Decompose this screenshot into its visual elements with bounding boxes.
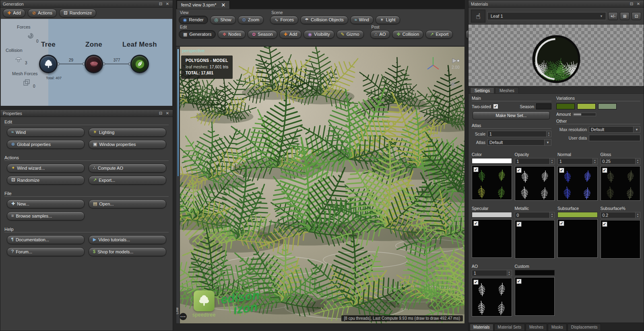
force-icon[interactable] (27, 32, 35, 41)
bottom-tab-displacements[interactable]: Displacements (568, 324, 601, 331)
make-new-set-button[interactable]: Make New Set... (473, 111, 550, 119)
light-button[interactable]: ☀Light (376, 16, 400, 24)
open-button[interactable]: ▤Open... (89, 199, 166, 208)
generator-node-leaf-mesh[interactable] (130, 55, 149, 73)
undock-icon[interactable]: ⊟ (158, 111, 163, 115)
nodes-button[interactable]: ❖Nodes (218, 30, 246, 39)
spinner-arrows-icon[interactable]: ▲▼ (635, 158, 640, 164)
slot-value-spinner[interactable]: 1▲▼ (557, 158, 598, 164)
two-sided-checkbox[interactable]: ✔ (493, 104, 498, 109)
browse-samples-button[interactable]: ≡Browse samples... (7, 212, 85, 220)
close-icon[interactable]: ✕ (636, 2, 641, 6)
slot-value-spinner[interactable]: 1▲▼ (472, 270, 512, 276)
view-mode-label[interactable]: perspective (182, 48, 204, 53)
mushroom-icon[interactable] (14, 55, 23, 64)
slot-texture-box[interactable]: ✔ (601, 220, 641, 259)
hand-tool-icon[interactable]: ☝ (471, 10, 485, 23)
export-button[interactable]: ↗Export (425, 30, 453, 39)
forum-button[interactable]: ?Forum... (7, 247, 85, 256)
ao-button[interactable]: ∴AO (370, 30, 390, 39)
shop-for-models-button[interactable]: $Shop for models... (89, 247, 166, 256)
light-gizmo-icon[interactable]: 2.00 (449, 57, 462, 70)
slot-enable-checkbox[interactable]: ✔ (516, 279, 522, 284)
slot-color-swatch[interactable] (472, 212, 512, 218)
scale-spinner[interactable]: 1 ▲▼ (487, 131, 551, 137)
slot-value-spinner[interactable]: 0.2▲▼ (601, 212, 641, 218)
slot-texture-box[interactable]: ✔ (557, 166, 598, 201)
slot-texture-box[interactable]: ✔ (601, 166, 641, 201)
bottom-tab-meshes[interactable]: Meshes (526, 324, 547, 331)
slot-texture-box[interactable]: ✔ (515, 220, 555, 259)
material-preview[interactable] (469, 24, 644, 86)
slot-value-spinner[interactable]: 0.25▲▼ (601, 158, 641, 164)
tab-settings[interactable]: Settings (470, 87, 494, 93)
slot-color-swatch[interactable] (472, 158, 512, 164)
season-button[interactable]: ✿Season (248, 30, 277, 39)
close-icon[interactable]: ✕ (165, 111, 170, 115)
slot-texture-box[interactable]: ✔ (472, 278, 512, 317)
new-button[interactable]: ✚New... (7, 199, 85, 208)
slot-enable-checkbox[interactable]: ✔ (473, 280, 479, 285)
spinner-arrows-icon[interactable]: ▲▼ (507, 270, 512, 276)
generator-node-tree[interactable] (39, 55, 58, 73)
compute-ao-button[interactable]: ∴Compute AO (89, 164, 166, 173)
generators-button[interactable]: ▦Generators (179, 30, 216, 39)
axis-gizmo-icon[interactable] (424, 55, 442, 73)
slot-enable-checkbox[interactable]: ✔ (602, 168, 607, 173)
global-properties-button[interactable]: ⊕Global properties (7, 140, 85, 149)
variation-swatch-2[interactable] (577, 103, 596, 109)
wind-button[interactable]: ≈Wind (7, 128, 85, 137)
slot-enable-checkbox[interactable]: ✔ (473, 221, 479, 226)
add-remove-material-button[interactable]: +/- (608, 12, 618, 20)
spinner-arrows-icon[interactable]: ▲▼ (635, 212, 640, 218)
spinner-arrows-icon[interactable]: ▲▼ (549, 212, 554, 218)
season-color-swatch[interactable] (536, 103, 551, 109)
slot-enable-checkbox[interactable]: ✔ (473, 167, 479, 172)
variation-swatch-1[interactable] (556, 103, 575, 109)
undock-icon[interactable]: ⊟ (629, 2, 634, 6)
material-options-button[interactable]: ⊡ (632, 12, 641, 20)
spinner-arrows-icon[interactable]: ▲▼ (546, 131, 551, 137)
slot-value-spinner[interactable]: 1▲▼ (515, 158, 555, 164)
slot-enable-checkbox[interactable]: ✔ (559, 168, 564, 173)
show-button[interactable]: ◎Show (210, 16, 236, 24)
slot-enable-checkbox[interactable]: ✔ (602, 222, 607, 227)
bottom-tab-material-sets[interactable]: Material Sets (494, 324, 525, 331)
render-button[interactable]: ◉Render (179, 16, 208, 24)
new-material-set-button[interactable]: ⊞ (620, 12, 630, 20)
variation-swatch-3[interactable] (598, 103, 617, 109)
collision-button[interactable]: ✤Collision (392, 30, 423, 39)
viewport-3d[interactable]: Low perspective POLYGONS - MODEL leaf me… (176, 46, 465, 324)
collision-objects-button[interactable]: ☂Collision Objects (300, 16, 348, 24)
user-data-field[interactable] (589, 135, 640, 141)
slot-color-swatch[interactable] (515, 270, 555, 275)
forces-button[interactable]: ∿Forces (270, 16, 298, 24)
bottom-tab-materials[interactable]: Materials (470, 324, 493, 331)
slot-enable-checkbox[interactable]: ✔ (516, 222, 522, 227)
slot-value-spinner[interactable]: 0▲▼ (515, 212, 555, 218)
lod-slider[interactable]: Low (176, 47, 180, 323)
wind-wizard-button[interactable]: ✦Wind wizard... (7, 164, 85, 173)
bottom-tab-masks[interactable]: Masks (548, 324, 567, 331)
visibility-button[interactable]: ◉Visibility (303, 30, 334, 39)
document-tab[interactable]: fern2 view 3.spm* ✕ (177, 0, 230, 9)
lighting-button[interactable]: ☀Lighting (89, 128, 166, 137)
generation-graph-canvas[interactable]: 29377 Total: 407 TreeZoneLeaf MeshForces… (1, 19, 172, 106)
randomize-button[interactable]: ⚄Randomize (59, 9, 96, 17)
atlas-dropdown[interactable]: Default ▼ (487, 139, 551, 146)
slot-enable-checkbox[interactable]: ✔ (516, 168, 522, 173)
slot-texture-box[interactable]: ✔ (557, 219, 598, 258)
undock-icon[interactable]: ⊟ (158, 2, 163, 6)
mesh-force-icon[interactable] (23, 78, 31, 87)
actions-button[interactable]: ⊘Actions (28, 9, 57, 17)
slot-color-swatch[interactable] (557, 212, 598, 218)
max-resolution-dropdown[interactable]: Default ▼ (589, 126, 640, 133)
documentation-button[interactable]: ¶Documentation... (7, 235, 85, 244)
spinner-arrows-icon[interactable]: ▲▼ (549, 158, 554, 164)
slot-texture-box[interactable]: ✔ (515, 166, 555, 201)
randomize-button[interactable]: ⚄Randomize (7, 176, 85, 185)
window-properties-button[interactable]: ▣Window properties (89, 140, 166, 149)
video-tutorials-button[interactable]: ▶Video tutorials... (89, 235, 166, 244)
slot-texture-box[interactable]: ✔ (472, 219, 512, 258)
gizmo-button[interactable]: ✎Gizmo (336, 30, 364, 39)
